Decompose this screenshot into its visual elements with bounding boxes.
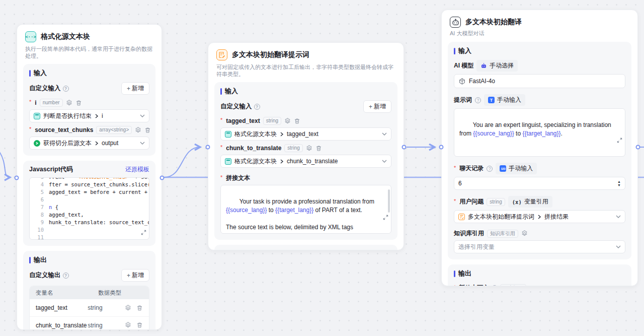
port-code-input[interactable] <box>15 176 19 180</box>
text-segment: . <box>561 130 562 137</box>
type-badge: number <box>40 99 63 107</box>
chat-history-stepper[interactable]: 6 ▲ ▼ <box>454 177 625 190</box>
plus-icon: + <box>127 272 130 279</box>
chevron-right-icon <box>537 215 541 219</box>
port-code-output[interactable] <box>160 176 165 180</box>
help-icon[interactable] <box>492 285 498 287</box>
add-input-button[interactable]: + 新增 <box>121 82 149 95</box>
section-accent-bar <box>29 257 31 263</box>
required-asterisk <box>29 126 31 132</box>
gear-icon[interactable] <box>125 305 131 311</box>
code-node-ref-icon <box>225 158 231 165</box>
js-code-label: Javascript代码 <box>29 165 73 174</box>
spinner-down-icon[interactable]: ▼ <box>617 183 621 187</box>
help-icon[interactable] <box>475 97 481 103</box>
llm-node-title: 多文本块初始翻译 <box>465 18 522 27</box>
gear-icon[interactable] <box>284 118 291 124</box>
help-icon[interactable] <box>487 166 493 172</box>
port-llm-input[interactable] <box>439 145 444 150</box>
code-line: 4fter = source_text_chunks.slice(i + 1).… <box>33 181 146 188</box>
expand-icon[interactable] <box>141 228 146 237</box>
trash-icon[interactable] <box>315 145 322 152</box>
gear-icon[interactable] <box>135 127 141 133</box>
spinner-up-icon[interactable]: ▲ <box>617 180 621 183</box>
llm-input-section: 输入 AI 模型 手动选择 FastAI-4o 提示词 T 手动输入 <box>448 42 631 259</box>
code-node-header: <··> 格式化源文本块 执行一段简单的脚本代码，通常用于进行复杂的数据处理。 <box>17 25 162 64</box>
model-mode-badge[interactable]: 手动选择 <box>476 60 518 72</box>
chevron-down-icon <box>382 132 387 136</box>
split-node-icon <box>34 140 40 147</box>
edge-incoming <box>0 151 10 177</box>
help-icon[interactable] <box>63 86 69 92</box>
node-code-card[interactable]: <··> 格式化源文本块 执行一段简单的脚本代码，通常用于进行复杂的数据处理。 … <box>17 24 162 330</box>
field-name: i <box>35 99 36 106</box>
code-node-ref-icon <box>225 131 231 138</box>
col-header-type: 数据类型 <box>98 289 143 297</box>
custom-output-label: 自定义输出 <box>29 271 69 280</box>
section-accent-bar <box>220 88 222 95</box>
chevron-down-icon <box>140 142 145 145</box>
table-row: tagged_text string <box>30 299 149 316</box>
code-line: 9hunk_to_translate: source_text_chunks[i… <box>33 219 146 226</box>
section-accent-bar <box>454 271 455 277</box>
prompt-mode-badge[interactable]: T 手动输入 <box>484 94 525 106</box>
ref-select-source-text-chunks[interactable]: 获得切分后源文本 output <box>29 137 149 150</box>
history-mode-badge[interactable]: 123 手动输入 <box>496 163 537 174</box>
code-line: 10 <box>33 226 146 234</box>
trash-icon[interactable] <box>144 127 151 133</box>
concat-textarea[interactable]: Your task is provide a professional tran… <box>220 185 391 234</box>
model-select[interactable]: FastAI-4o <box>454 74 625 88</box>
ref-select-i[interactable]: 判断是否执行结束 i <box>29 109 149 122</box>
gear-icon[interactable] <box>125 322 131 328</box>
trash-icon[interactable] <box>136 322 143 328</box>
help-icon[interactable] <box>63 273 69 279</box>
port-prompt-input[interactable] <box>206 145 210 150</box>
question-mode-badge[interactable]: (x) 变量引用 <box>508 196 552 208</box>
model-value: FastAI-4o <box>469 78 621 85</box>
gear-icon[interactable] <box>521 230 528 237</box>
gear-icon[interactable] <box>66 100 72 106</box>
port-llm-output[interactable] <box>636 145 640 150</box>
add-output-button[interactable]: + 新增 <box>121 269 149 282</box>
field-name: tagged_text <box>226 117 260 124</box>
ref-select-tagged-text[interactable]: 格式化源文本块 tagged_text <box>220 127 391 141</box>
input-section-title: 输入 <box>225 87 238 96</box>
edge-code-to-prompt <box>164 147 200 177</box>
node-prompt-card[interactable]: 多文本块初始翻译提示词 可对固定或传入的文本进行加工后输出，非字符串类型数据最终… <box>208 42 404 250</box>
code-line: 7n { <box>33 204 146 211</box>
node-llm-card[interactable]: 多文本块初始翻译 AI 大模型对话 输入 AI 模型 手动选择 FastAI-4… <box>441 10 638 286</box>
user-question-label: 用户问题 <box>459 197 484 206</box>
help-icon[interactable] <box>254 104 260 110</box>
type-badge: string <box>284 144 302 152</box>
prompt-input-section: 输入 自定义输入 + 新增 tagged_text string <box>214 82 397 240</box>
reset-template-link[interactable]: 还原模板 <box>125 165 149 174</box>
number-input-badge-icon: 123 <box>500 165 506 172</box>
kb-select[interactable]: 选择引用变量 <box>454 240 625 253</box>
port-prompt-output[interactable] <box>402 145 407 150</box>
text-node-icon <box>216 49 227 60</box>
template-variable: {{source_lang}} <box>226 207 267 214</box>
trash-icon[interactable] <box>136 305 143 311</box>
trash-icon[interactable] <box>294 118 300 124</box>
section-accent-bar <box>29 70 31 77</box>
required-asterisk <box>220 117 222 123</box>
workflow-canvas[interactable]: <··> 格式化源文本块 执行一段简单的脚本代码，通常用于进行复杂的数据处理。 … <box>0 0 644 336</box>
trash-icon[interactable] <box>75 100 82 106</box>
chevron-down-icon <box>140 114 145 117</box>
expand-icon[interactable] <box>366 206 388 231</box>
template-variable: {{target_lang}} <box>522 130 560 137</box>
code-node-icon: <··> <box>25 31 36 42</box>
required-asterisk <box>29 99 31 105</box>
custom-input-label: 自定义输入 <box>220 102 260 111</box>
ref-select-chunk-to-translate[interactable]: 格式化源文本块 chunk_to_translate <box>220 155 391 168</box>
ref-select-user-question[interactable]: 多文本块初始翻译提示词 拼接结果 <box>454 210 625 223</box>
text-segment: Your task is provide a professional tran… <box>239 198 376 205</box>
code-editor[interactable]: 3rrent = "<TRANSLATE_THIS>" + source_tex… <box>29 177 149 240</box>
add-input-button[interactable]: + 新增 <box>363 100 391 113</box>
prompt-textarea[interactable]: You are an expert linguist, specializing… <box>454 108 625 157</box>
expand-icon[interactable] <box>600 128 622 154</box>
output-section-title: 输出 <box>225 249 238 250</box>
gear-icon[interactable] <box>306 145 312 152</box>
prompt-label: 提示词 <box>454 96 472 104</box>
kb-placeholder: 选择引用变量 <box>458 243 613 251</box>
